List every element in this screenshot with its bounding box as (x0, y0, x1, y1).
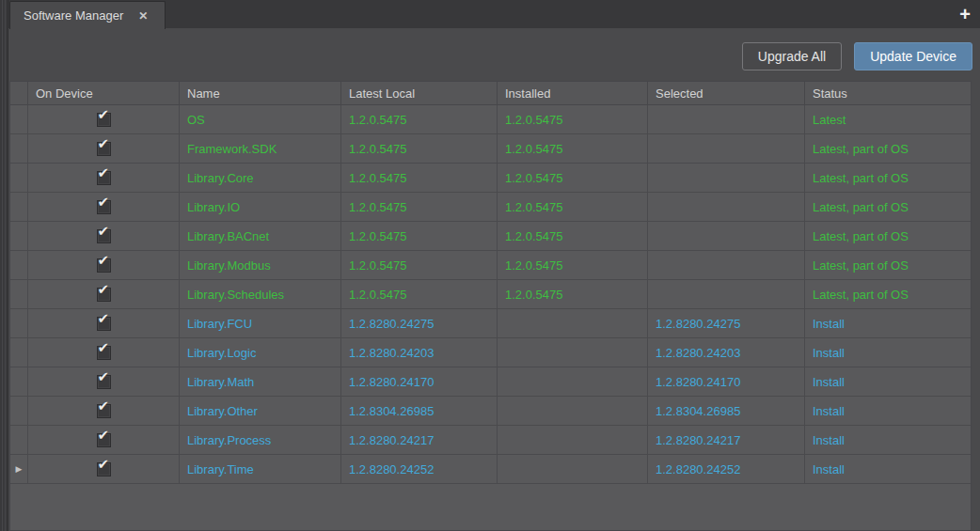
on-device-checkbox[interactable]: ✔ (97, 258, 111, 273)
table-row[interactable]: ✔Library.Core1.2.0.54751.2.0.5475Latest,… (10, 164, 971, 193)
table-row[interactable]: ✔Framework.SDK1.2.0.54751.2.0.5475Latest… (10, 134, 971, 164)
selected-cell[interactable] (648, 134, 805, 163)
row-selector-cell[interactable] (10, 251, 28, 279)
installed-cell[interactable] (498, 455, 648, 483)
on-device-checkbox[interactable]: ✔ (97, 433, 111, 447)
table-row[interactable]: ✔OS1.2.0.54751.2.0.5475Latest (10, 105, 971, 134)
close-icon[interactable]: ✕ (138, 10, 148, 22)
status-cell[interactable]: Latest, part of OS (805, 222, 971, 250)
latest-local-cell[interactable]: 1.2.0.5475 (341, 134, 498, 163)
installed-cell[interactable]: 1.2.0.5475 (498, 222, 648, 250)
selected-cell[interactable]: 1.2.8280.24217 (648, 426, 805, 454)
table-row[interactable]: ✔Library.Schedules1.2.0.54751.2.0.5475La… (10, 280, 971, 309)
row-selector-cell[interactable] (10, 367, 28, 396)
table-row[interactable]: ▶✔Library.Time1.2.8280.242521.2.8280.242… (10, 455, 971, 484)
latest-local-cell[interactable]: 1.2.8304.26985 (341, 397, 498, 425)
on-device-cell[interactable]: ✔ (28, 397, 180, 425)
table-row[interactable]: ✔Library.BACnet1.2.0.54751.2.0.5475Lates… (10, 222, 971, 251)
column-header-status[interactable]: Status (805, 82, 971, 104)
latest-local-cell[interactable]: 1.2.8280.24203 (341, 338, 498, 367)
row-selector-cell[interactable] (10, 280, 28, 308)
column-header-latest-local[interactable]: Latest Local (341, 82, 498, 104)
on-device-checkbox[interactable]: ✔ (97, 171, 111, 185)
table-row[interactable]: ✔Library.FCU1.2.8280.242751.2.8280.24275… (10, 309, 971, 338)
row-selector-cell[interactable] (10, 105, 28, 133)
row-selector-cell[interactable] (10, 193, 28, 221)
on-device-cell[interactable]: ✔ (28, 164, 180, 192)
selected-cell[interactable]: 1.2.8280.24252 (648, 455, 805, 483)
selected-cell[interactable]: 1.2.8280.24170 (648, 367, 805, 396)
row-selector-cell[interactable] (10, 338, 28, 367)
name-cell[interactable]: Framework.SDK (180, 134, 341, 163)
on-device-cell[interactable]: ✔ (28, 134, 180, 163)
name-cell[interactable]: Library.BACnet (180, 222, 341, 250)
installed-cell[interactable]: 1.2.0.5475 (498, 251, 648, 279)
status-cell[interactable]: Install (805, 397, 971, 425)
installed-cell[interactable] (498, 367, 648, 396)
on-device-checkbox[interactable]: ✔ (97, 229, 111, 243)
row-selector-cell[interactable] (10, 397, 28, 425)
name-cell[interactable]: OS (180, 105, 341, 133)
status-cell[interactable]: Install (805, 455, 971, 483)
status-cell[interactable]: Latest, part of OS (805, 280, 971, 308)
on-device-checkbox[interactable]: ✔ (97, 288, 111, 302)
table-row[interactable]: ✔Library.IO1.2.0.54751.2.0.5475Latest, p… (10, 193, 971, 222)
status-cell[interactable]: Install (805, 309, 971, 337)
latest-local-cell[interactable]: 1.2.8280.24217 (341, 426, 498, 454)
selected-cell[interactable]: 1.2.8304.26985 (648, 397, 805, 425)
name-cell[interactable]: Library.Math (180, 367, 341, 396)
table-row[interactable]: ✔Library.Process1.2.8280.242171.2.8280.2… (10, 426, 971, 455)
latest-local-cell[interactable]: 1.2.0.5475 (341, 105, 498, 133)
column-header-selected[interactable]: Selected (648, 82, 805, 104)
selected-cell[interactable]: 1.2.8280.24203 (648, 338, 805, 367)
status-cell[interactable]: Latest, part of OS (805, 251, 971, 279)
column-header-name[interactable]: Name (180, 82, 341, 104)
status-cell[interactable]: Latest, part of OS (805, 134, 971, 163)
on-device-checkbox[interactable]: ✔ (97, 404, 111, 418)
installed-cell[interactable]: 1.2.0.5475 (498, 134, 648, 163)
table-row[interactable]: ✔Library.Math1.2.8280.241701.2.8280.2417… (10, 367, 971, 397)
on-device-cell[interactable]: ✔ (28, 338, 180, 367)
selected-cell[interactable] (648, 164, 805, 192)
on-device-cell[interactable]: ✔ (28, 280, 180, 308)
upgrade-all-button[interactable]: Upgrade All (742, 42, 842, 70)
status-cell[interactable]: Latest (805, 105, 971, 133)
table-row[interactable]: ✔Library.Logic1.2.8280.242031.2.8280.242… (10, 338, 971, 367)
update-device-button[interactable]: Update Device (854, 42, 972, 70)
selected-cell[interactable] (648, 222, 805, 250)
latest-local-cell[interactable]: 1.2.8280.24170 (341, 367, 498, 396)
row-selector-cell[interactable] (10, 134, 28, 163)
on-device-cell[interactable]: ✔ (28, 105, 180, 133)
on-device-checkbox[interactable]: ✔ (97, 142, 111, 156)
installed-cell[interactable] (498, 397, 648, 425)
latest-local-cell[interactable]: 1.2.0.5475 (341, 222, 498, 250)
name-cell[interactable]: Library.Logic (180, 338, 341, 367)
tab-software-manager[interactable]: Software Manager ✕ (9, 1, 166, 29)
selected-cell[interactable] (648, 193, 805, 221)
on-device-cell[interactable]: ✔ (28, 251, 180, 279)
installed-cell[interactable]: 1.2.0.5475 (498, 280, 648, 308)
on-device-cell[interactable]: ✔ (28, 367, 180, 396)
name-cell[interactable]: Library.Schedules (180, 280, 341, 308)
selected-cell[interactable]: 1.2.8280.24275 (648, 309, 805, 337)
name-cell[interactable]: Library.Core (180, 164, 341, 192)
on-device-checkbox[interactable]: ✔ (97, 462, 111, 476)
on-device-checkbox[interactable]: ✔ (97, 113, 111, 127)
latest-local-cell[interactable]: 1.2.0.5475 (341, 280, 498, 308)
add-tab-icon[interactable]: + (959, 2, 971, 26)
left-panel-splitter[interactable] (0, 0, 8, 531)
column-header-installed[interactable]: Installed (498, 82, 648, 104)
latest-local-cell[interactable]: 1.2.8280.24275 (341, 309, 498, 337)
name-cell[interactable]: Library.Time (180, 455, 341, 483)
status-cell[interactable]: Latest, part of OS (805, 164, 971, 192)
name-cell[interactable]: Library.Process (180, 426, 341, 454)
latest-local-cell[interactable]: 1.2.0.5475 (341, 193, 498, 221)
installed-cell[interactable]: 1.2.0.5475 (498, 164, 648, 192)
latest-local-cell[interactable]: 1.2.0.5475 (341, 251, 498, 279)
installed-cell[interactable] (498, 309, 648, 337)
installed-cell[interactable]: 1.2.0.5475 (498, 193, 648, 221)
on-device-checkbox[interactable]: ✔ (97, 375, 111, 389)
row-selector-cell[interactable] (10, 426, 28, 454)
on-device-cell[interactable]: ✔ (28, 309, 180, 337)
row-selector-cell[interactable] (10, 164, 28, 192)
